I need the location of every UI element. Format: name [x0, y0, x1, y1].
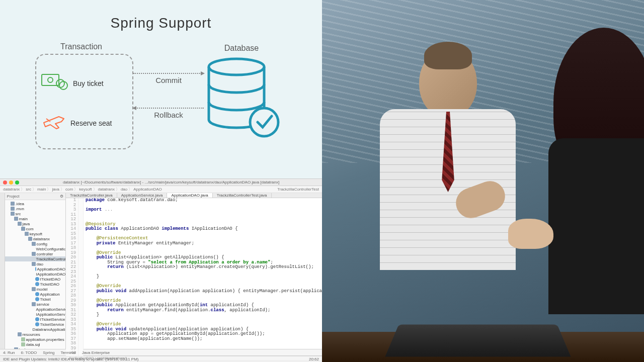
reserve-seat-item: Reserve seat — [41, 113, 112, 134]
tree-item[interactable]: ApplicationService — [5, 307, 65, 312]
folder-icon — [32, 242, 36, 246]
breadcrumb-segment[interactable]: main — [37, 187, 46, 192]
class-icon — [35, 322, 39, 326]
code-text[interactable]: package com.keysoft.datatranx.dao; impor… — [84, 198, 322, 356]
folder-icon — [32, 302, 36, 306]
commit-label: Commit — [133, 76, 204, 84]
folder-icon — [18, 222, 22, 226]
window-controls[interactable] — [3, 180, 19, 185]
diagram-title: Spring Support — [20, 15, 302, 31]
ticket-icon — [41, 72, 69, 95]
people-photo — [322, 0, 644, 362]
tree-item[interactable]: service — [5, 302, 65, 307]
diagram-section: Spring Support Transaction Buy ticket Re… — [0, 0, 322, 178]
class-icon — [35, 267, 36, 271]
tree-item[interactable]: config — [5, 241, 65, 246]
editor-area: TrackzillaController.javaApplicationServ… — [66, 193, 322, 349]
tree-item[interactable]: model — [5, 287, 65, 292]
svg-point-5 — [250, 108, 278, 136]
tree-item[interactable]: resources — [5, 332, 65, 337]
tree-item[interactable]: controller — [5, 251, 65, 256]
breadcrumb-segment[interactable]: ApplicationDAO — [133, 187, 162, 192]
database-icon — [201, 133, 282, 141]
editor-tab[interactable]: ApplicationService.java — [117, 193, 168, 198]
tree-item[interactable]: .idea — [5, 201, 65, 206]
toolwindow-button[interactable]: Java Enterprise — [82, 350, 110, 355]
tree-item[interactable]: dao — [5, 261, 65, 266]
tree-item[interactable]: WebConfiguration — [5, 246, 65, 251]
editor-tab[interactable]: ApplicationDAO.java — [167, 193, 212, 198]
diagram-body: Transaction Buy ticket Reserve seat — [20, 44, 302, 169]
breadcrumb-segment[interactable]: datatranx — [3, 187, 20, 192]
tree-title: Project — [7, 194, 20, 199]
ide-titlebar: datatranx [~/Documents/software/datatran… — [0, 179, 322, 186]
tree-item[interactable]: Ticket — [5, 297, 65, 302]
folder-icon — [32, 252, 36, 256]
tree-item[interactable]: TrackzillaController — [5, 256, 65, 261]
editor-tab[interactable]: TrackzillaControllerTest.java — [213, 193, 272, 198]
breadcrumb-segment[interactable]: keysoft — [79, 187, 92, 192]
tree-item[interactable]: ITicketService — [5, 317, 65, 322]
transaction-label: Transaction — [60, 42, 102, 51]
tree-item[interactable]: DatatranxApplication — [5, 327, 65, 332]
folder-icon — [14, 347, 18, 349]
gear-icon[interactable]: ⚙ — [60, 194, 63, 199]
toolwindow-button[interactable]: 6: TODO — [21, 350, 37, 355]
breadcrumb-segment[interactable]: datatranx — [98, 187, 115, 192]
editor-tabs: TrackzillaController.javaApplicationServ… — [66, 193, 322, 198]
tree-item[interactable]: IApplicationService — [5, 312, 65, 317]
tree-item[interactable]: Application — [5, 292, 65, 297]
tree-item[interactable]: src — [5, 211, 65, 216]
status-message: IDE and Plugin Updates: IntelliJ IDEA is… — [3, 357, 138, 361]
code-editor[interactable]: 1231112131415161718192021222324252627282… — [66, 198, 322, 356]
breadcrumb-segment[interactable]: src — [26, 187, 31, 192]
plane-icon — [41, 113, 66, 134]
editor-tab[interactable]: TrackzillaController.java — [66, 193, 117, 198]
tree-item[interactable]: IApplicationDAO — [5, 272, 65, 277]
tree-header: Project ⚙ — [5, 193, 65, 200]
rollback-label: Rollback — [133, 111, 204, 119]
rollback-arrow: Rollback — [133, 108, 204, 119]
tree-item[interactable]: ITicketDAO — [5, 277, 65, 282]
tree-item[interactable]: test — [5, 347, 65, 349]
breadcrumb-path[interactable]: datatranx 〉src 〉main 〉java 〉com 〉keysoft… — [3, 187, 162, 192]
window-title: datatranx [~/Documents/software/datatran… — [23, 180, 319, 185]
database-label: Database — [201, 44, 282, 53]
toolwindow-button[interactable]: Spring — [43, 350, 54, 355]
laptop — [385, 325, 571, 357]
toolwindow-button[interactable]: 4: Run — [3, 350, 15, 355]
buy-ticket-label: Buy ticket — [73, 79, 104, 87]
left-toolwindow-stripe[interactable] — [0, 193, 5, 349]
breadcrumb-segment[interactable]: com — [65, 187, 73, 192]
toolwindow-button[interactable]: Terminal — [60, 350, 75, 355]
tree-item[interactable]: main — [5, 216, 65, 221]
tree-item[interactable]: java — [5, 221, 65, 226]
tree-item[interactable]: application.properties — [5, 337, 65, 342]
tree-item[interactable]: .mvn — [5, 206, 65, 211]
class-icon — [35, 297, 39, 301]
tree-item[interactable]: keysoft — [5, 231, 65, 236]
class-icon — [35, 282, 39, 286]
folder-icon — [11, 212, 15, 216]
svg-point-4 — [209, 59, 264, 75]
breadcrumb-segment[interactable]: java — [52, 187, 59, 192]
gutter-marks — [78, 198, 84, 356]
folder-icon — [14, 217, 18, 221]
tree-item[interactable]: TicketService — [5, 322, 65, 327]
class-icon — [35, 292, 39, 296]
tree-item[interactable]: com — [5, 226, 65, 231]
cursor-position: 20:62 — [309, 357, 319, 361]
tree-item[interactable]: datatranx — [5, 236, 65, 241]
folder-icon — [32, 287, 36, 291]
run-config[interactable]: TrackzillaControllerTest — [277, 187, 319, 192]
breadcrumb-segment[interactable]: dao — [121, 187, 127, 192]
ide-breadcrumb-bar: datatranx 〉src 〉main 〉java 〉com 〉keysoft… — [0, 186, 322, 193]
person-woman — [533, 28, 644, 329]
project-tree[interactable]: Project ⚙ .idea.mvnsrcmainjavacomkeysoft… — [5, 193, 66, 349]
photo-panel — [322, 0, 644, 362]
person-man — [372, 48, 523, 309]
tree-item[interactable]: ApplicationDAO — [5, 266, 65, 272]
tree-item[interactable]: TicketDAO — [5, 282, 65, 287]
folder-icon — [21, 227, 25, 231]
tree-item[interactable]: data.sql — [5, 342, 65, 347]
